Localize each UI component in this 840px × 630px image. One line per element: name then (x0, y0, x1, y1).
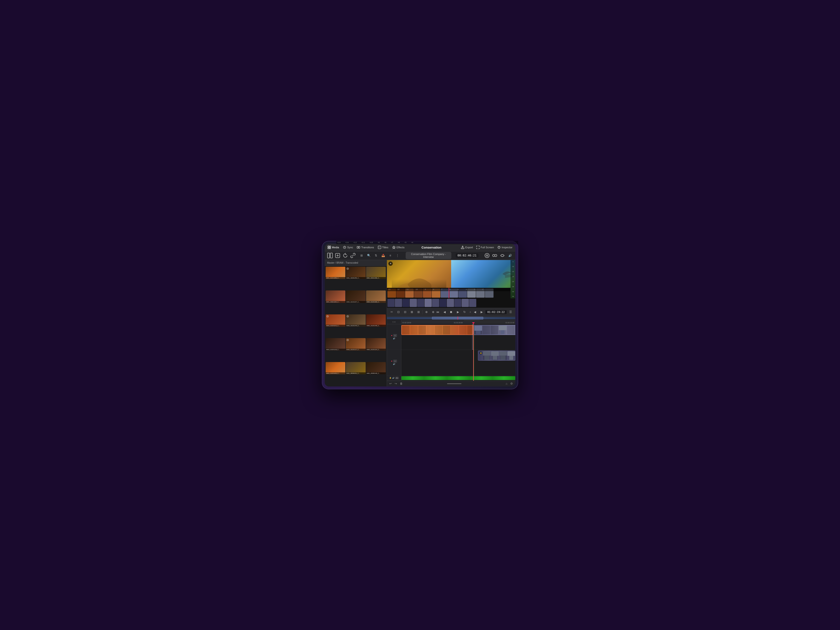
clip-4-label: A001_03311234_C... (326, 301, 345, 303)
audio-meter-btn[interactable] (499, 253, 505, 258)
gc-1 (474, 326, 482, 334)
home-btn[interactable]: ⌂ (506, 382, 507, 385)
track-a1-label: A1 (395, 377, 399, 379)
clip-frames-container (401, 325, 473, 335)
step-back-btn[interactable]: ◀ (442, 309, 447, 315)
view-toggle-btn[interactable] (327, 253, 333, 258)
vf-1 (402, 326, 410, 334)
trim-btn[interactable]: ⊡ (396, 309, 401, 315)
track-1-record: ● (391, 360, 392, 362)
menu-item-export[interactable]: Export (461, 246, 473, 249)
volume-btn[interactable]: 🔊 (507, 253, 513, 258)
clip-3-label: A001_03311236_C... (366, 277, 386, 279)
blade-btn[interactable]: ✂ (389, 309, 395, 315)
media-clip-7[interactable]: ♪ A002_01221213_C... (326, 314, 345, 327)
lower-filmstrip-frames (387, 298, 515, 308)
add-clip-btn[interactable] (335, 253, 341, 258)
track-1-content: 🔒 (401, 350, 515, 376)
rotate-btn[interactable] (343, 253, 348, 258)
svg-point-19 (486, 255, 488, 256)
settings-btn[interactable]: ⚙ (510, 382, 513, 385)
fr-mark-10: -4 (466, 289, 467, 290)
roll-btn[interactable]: ⊟ (402, 309, 408, 315)
vf-2 (410, 326, 418, 334)
loop-btn[interactable]: ↻ (462, 309, 467, 315)
main-toolbar: ⊞ 🔍 ⇅ 📥 ≡ ⋮ Conservation Film Company - … (325, 251, 515, 260)
ruler-mark-2: 01:02:20:00 (454, 322, 463, 324)
sort-btn[interactable]: ⇅ (373, 253, 379, 258)
slide-btn[interactable]: ⊞ (416, 309, 422, 315)
insert-btn[interactable]: ⊕ (423, 309, 429, 315)
track-2-controls: ● 2 (391, 334, 397, 337)
track-1-toggle[interactable]: 1 (393, 360, 397, 363)
fr-mark-1: -13 (388, 289, 390, 290)
timeline-ruler: 01:02:18:00 01:02:20:00 01:02:22:00 (401, 320, 515, 324)
right-section: ✕ (387, 260, 515, 387)
ruler-mark-1: 01:02:18:00 (402, 322, 411, 324)
media-clip-11[interactable]: ♪ A002_01221117_C... (346, 338, 365, 351)
menu-item-effects[interactable]: Effects (392, 246, 404, 249)
media-clip-9[interactable]: A002_01221140_C... (366, 314, 386, 327)
pf-1 (483, 351, 491, 360)
clip-10-label: A002_01221118_C... (326, 349, 345, 351)
media-clip-8[interactable]: ♪ A002_01221144_C... (346, 314, 365, 327)
menu-item-sync[interactable]: Sync (343, 246, 353, 249)
delete-btn[interactable]: 🗑 (400, 382, 403, 385)
grid-view-btn[interactable]: ⊞ (359, 253, 365, 258)
list-view-btn[interactable]: ≡ (387, 253, 393, 258)
media-clip-6[interactable]: A002_01221226_C... (366, 291, 386, 303)
color-scope-btn[interactable] (484, 253, 490, 258)
link-btn[interactable] (350, 253, 356, 258)
media-clip-2[interactable]: ♪ A001_03291255_C... (346, 267, 365, 279)
grid-icon (328, 246, 331, 249)
lf-frame-9 (447, 299, 454, 307)
menu-fullscreen-label: Full Screen (481, 246, 494, 249)
search-btn[interactable]: 🔍 (366, 253, 372, 258)
match-btn[interactable] (492, 253, 497, 258)
media-clip-15[interactable]: A001_05050146_C... (366, 362, 386, 374)
redo-btn[interactable]: ↪ (395, 382, 397, 385)
menu-item-fullscreen[interactable]: Full Screen (476, 246, 494, 249)
meta-btn[interactable]: ⋮ (395, 253, 400, 258)
project-name: Conservation Film Company - Interview (406, 252, 452, 259)
toolbar-divider-1 (422, 310, 423, 314)
play-back-btn[interactable]: ◀ (472, 309, 478, 315)
media-clip-4[interactable]: A001_03311234_C... (326, 291, 345, 303)
media-clip-1[interactable]: A001_01211258_C... (326, 267, 345, 279)
media-clip-12[interactable]: A002_01221114_C... (366, 338, 386, 351)
play-fwd-btn[interactable]: ▶ (478, 309, 485, 315)
video-clip-2-2[interactable] (474, 325, 515, 335)
media-clip-5[interactable]: A002_01221227_C... (346, 291, 365, 303)
menu-item-transitions[interactable]: Transitions (357, 246, 374, 249)
skip-back-btn[interactable]: ⏮ (435, 309, 441, 315)
track-header-ruler-spacer: 6:00 (387, 320, 401, 324)
media-clip-13[interactable]: A002_01221103_C... (326, 362, 345, 374)
import-btn[interactable]: 📥 (380, 253, 386, 258)
undo-btn[interactable]: ↩ (389, 382, 392, 385)
menu-item-titles[interactable]: T Titles (378, 246, 388, 249)
ruler-mark-3: 01:02:22:00 (505, 322, 514, 324)
stop-btn[interactable]: ⏹ (448, 309, 454, 315)
close-preview-btn[interactable]: ✕ (388, 262, 393, 266)
play-btn[interactable]: ▶ (455, 309, 461, 315)
video-clip-1-1[interactable]: 🔒 (478, 351, 515, 361)
transport-minus: -1 (469, 311, 471, 313)
svg-rect-0 (328, 246, 329, 247)
menu-item-media[interactable]: Media (328, 246, 339, 249)
menu-item-inspector[interactable]: Inspector (497, 246, 512, 249)
filmstrip: -13 -12 -11 -10 -9 -8 -7 -6 -5 -4 -3 -2 (387, 288, 510, 298)
media-clip-10[interactable]: A002_01221118_C... (326, 338, 345, 351)
vu-label-15: -15 (511, 271, 515, 272)
menu-media-label: Media (332, 246, 339, 249)
sync-icon (343, 246, 346, 249)
vu-label-20: -20 (511, 276, 515, 277)
options-btn[interactable]: ☰ (508, 309, 513, 315)
video-clip-2-1[interactable] (401, 325, 473, 335)
media-clip-14[interactable]: A001_05050151_C... (346, 362, 365, 374)
audio-clip-a1[interactable] (401, 376, 515, 380)
lf-frame-11 (462, 299, 469, 307)
slip-btn[interactable]: ⊠ (409, 309, 415, 315)
gc-3 (491, 326, 498, 334)
track-2-toggle[interactable]: 2 (393, 334, 397, 337)
media-clip-3[interactable]: A001_03311236_C... (366, 267, 386, 279)
